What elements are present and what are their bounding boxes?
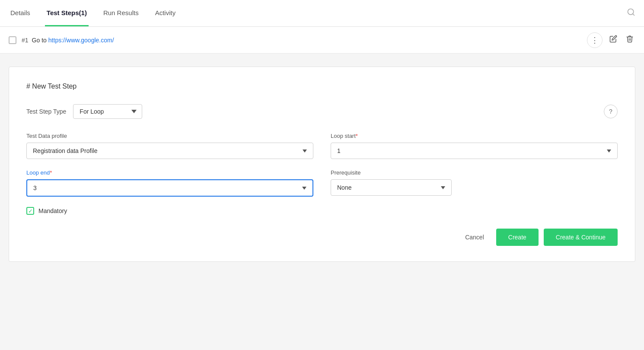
form-card: # New Test Step Test Step Type For Loop … xyxy=(9,67,635,262)
tab-run-results[interactable]: Run Results xyxy=(102,0,140,26)
test-data-profile-select[interactable]: Registration data Profile xyxy=(26,143,313,159)
tab-test-steps[interactable]: Test Steps(1) xyxy=(45,0,89,26)
search-icon[interactable] xyxy=(627,8,635,19)
loop-end-field: Loop end* 3 xyxy=(26,169,313,197)
loop-start-field: Loop start* 1 xyxy=(331,133,618,159)
test-data-profile-label: Test Data profile xyxy=(26,133,313,139)
more-options-button[interactable]: ⋮ xyxy=(587,32,603,48)
loop-start-select[interactable]: 1 xyxy=(331,143,618,159)
step-number: #1 xyxy=(22,37,29,44)
help-button[interactable]: ? xyxy=(604,105,618,118)
buttons-row: Cancel Create Create & Continue xyxy=(26,229,618,246)
mandatory-label: Mandatory xyxy=(38,207,67,214)
create-continue-button[interactable]: Create & Continue xyxy=(544,229,618,246)
loop-start-required: * xyxy=(356,133,358,139)
create-button[interactable]: Create xyxy=(496,229,539,246)
step-link[interactable]: https://www.google.com/ xyxy=(48,37,114,44)
prerequisite-field: Prerequisite None xyxy=(331,169,618,197)
mandatory-row: ✓ Mandatory xyxy=(26,207,618,215)
edit-button[interactable] xyxy=(608,33,619,47)
prerequisite-label: Prerequisite xyxy=(331,169,618,176)
step-action: Go to xyxy=(32,37,47,44)
delete-button[interactable] xyxy=(624,33,635,47)
mandatory-checkbox[interactable]: ✓ xyxy=(26,207,34,215)
loop-start-label: Loop start* xyxy=(331,133,618,139)
loop-end-label: Loop end* xyxy=(26,169,313,176)
tab-activity[interactable]: Activity xyxy=(153,0,178,26)
step-row: #1 Go to https://www.google.com/ ⋮ xyxy=(0,27,644,54)
step-actions: ⋮ xyxy=(587,32,635,48)
tab-details[interactable]: Details xyxy=(9,0,32,26)
cancel-button[interactable]: Cancel xyxy=(458,229,491,245)
test-data-profile-field: Test Data profile Registration data Prof… xyxy=(26,133,313,159)
loop-end-required: * xyxy=(50,169,52,176)
form-grid: Test Data profile Registration data Prof… xyxy=(26,133,618,197)
tabs-container: Details Test Steps(1) Run Results Activi… xyxy=(9,0,177,26)
form-title: # New Test Step xyxy=(26,83,618,90)
svg-line-1 xyxy=(633,14,634,16)
main-content: # New Test Step Test Step Type For Loop … xyxy=(0,54,644,275)
loop-end-select[interactable]: 3 xyxy=(26,179,313,197)
tab-bar: Details Test Steps(1) Run Results Activi… xyxy=(0,0,644,27)
step-type-select[interactable]: For Loop xyxy=(73,104,142,119)
step-checkbox[interactable] xyxy=(9,36,16,44)
prerequisite-select[interactable]: None xyxy=(331,179,452,196)
step-type-row: Test Step Type For Loop ? xyxy=(26,104,618,119)
step-type-label: Test Step Type xyxy=(26,108,66,115)
